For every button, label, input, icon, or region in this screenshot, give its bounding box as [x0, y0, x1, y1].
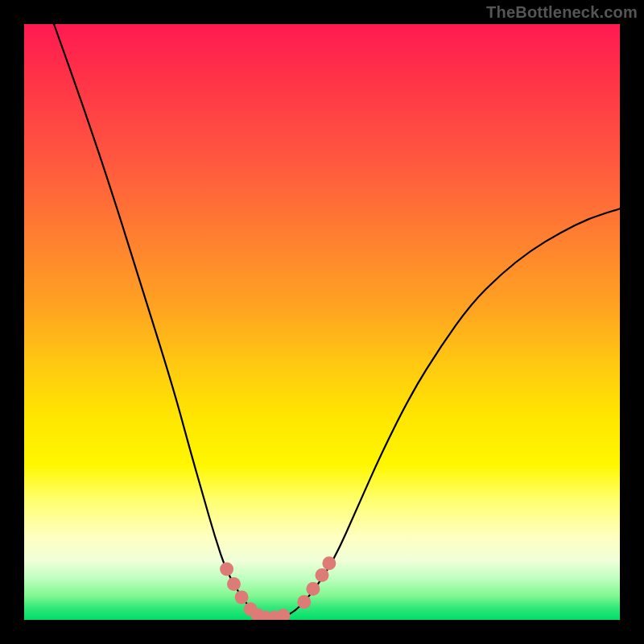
valley-dot: [316, 568, 329, 582]
valley-dot: [322, 556, 336, 570]
valley-dot: [227, 577, 241, 591]
valley-dot: [220, 563, 233, 576]
watermark-text: TheBottleneck.com: [486, 3, 638, 22]
valley-dot: [235, 590, 249, 604]
bottleneck-curve-path: [54, 24, 620, 620]
valley-dot: [297, 595, 311, 609]
valley-dot: [306, 582, 320, 596]
bottleneck-curve-svg: [24, 24, 620, 620]
chart-frame: [24, 24, 620, 620]
valley-dots-group: [220, 556, 336, 620]
valley-dot: [276, 609, 290, 620]
